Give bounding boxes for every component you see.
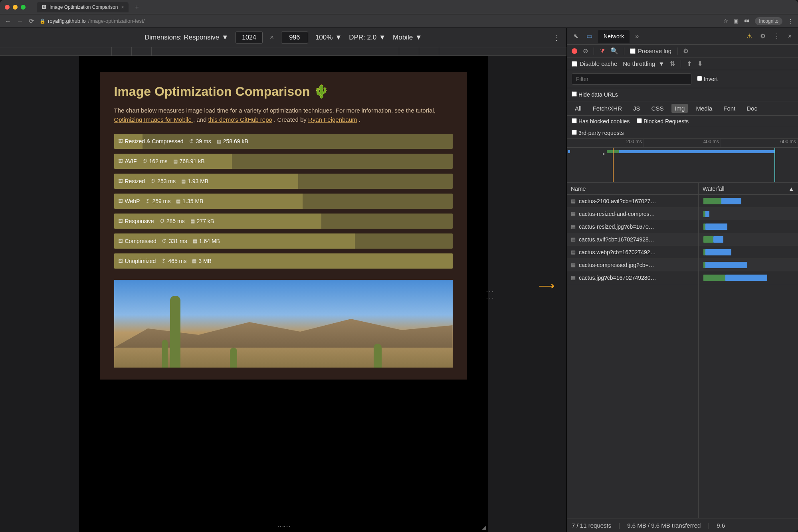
more-tabs-icon[interactable]: » <box>633 31 641 42</box>
bar-label: Resized & Compressed <box>125 138 184 144</box>
record-button[interactable] <box>572 48 577 54</box>
blocked-requests-checkbox[interactable]: Blocked Requests <box>637 118 689 125</box>
bar-label: WebP <box>125 198 140 204</box>
overview-timeline[interactable]: 200 ms400 ms600 ms <box>567 139 798 183</box>
column-header-name[interactable]: Name <box>567 183 698 195</box>
network-row[interactable]: ▦cactus-2100.avif?cb=167027… <box>567 195 698 208</box>
window-titlebar: 🖼 Image Optimization Comparison × + <box>0 0 798 14</box>
close-window-button[interactable] <box>5 5 10 10</box>
type-filter-media[interactable]: Media <box>693 104 715 113</box>
menu-icon[interactable]: ⋮ <box>788 18 793 24</box>
maximize-window-button[interactable] <box>21 5 26 10</box>
search-icon[interactable]: 🔍 <box>610 47 618 55</box>
bookmark-icon[interactable]: ☆ <box>723 18 728 24</box>
transfer-size: 9.6 MB / 9.6 MB transferred <box>627 522 701 529</box>
url-host: royalfig.github.io <box>48 18 86 24</box>
author-link[interactable]: Ryan Feigenbaum <box>308 116 357 123</box>
height-input[interactable] <box>281 32 308 44</box>
file-icon: ▤ <box>176 198 180 204</box>
settings-icon[interactable]: ⚙ <box>758 31 768 42</box>
new-tab-button[interactable]: + <box>135 4 139 11</box>
type-filter-all[interactable]: All <box>572 104 585 113</box>
import-har-icon[interactable]: ⬆ <box>687 60 692 67</box>
zoom-dropdown[interactable]: 100% ▼ <box>315 34 342 42</box>
back-button[interactable]: ← <box>5 18 11 25</box>
type-filter-img[interactable]: Img <box>671 104 688 113</box>
dpr-dropdown[interactable]: DPR: 2.0 ▼ <box>349 34 386 42</box>
cactus-image <box>114 280 453 368</box>
image-icon: 🖼 <box>118 218 123 224</box>
waterfall-row[interactable] <box>699 259 798 271</box>
device-more-icon[interactable]: ⋮ <box>553 33 560 42</box>
network-row[interactable]: ▦cactus.jpg?cb=16702749280… <box>567 271 698 284</box>
reload-button[interactable]: ⟳ <box>29 17 34 25</box>
clear-icon[interactable]: ⊘ <box>583 47 588 55</box>
network-settings-icon[interactable]: ⚙ <box>683 47 689 55</box>
file-icon: ▤ <box>217 138 221 144</box>
tab-title: Image Optimization Comparison <box>50 4 118 10</box>
clock-icon: ⏱ <box>160 218 164 224</box>
incognito-badge: Incognito <box>755 17 782 25</box>
forward-button[interactable]: → <box>17 18 23 25</box>
network-row[interactable]: ▦cactus.avif?cb=1670274928… <box>567 233 698 246</box>
close-devtools-icon[interactable]: × <box>786 31 794 42</box>
waterfall-row[interactable] <box>699 208 798 220</box>
invert-checkbox[interactable]: Invert <box>697 76 718 82</box>
bar-time: 331 ms <box>169 238 187 244</box>
hide-data-urls-checkbox[interactable]: Hide data URLs <box>572 91 618 98</box>
network-toolbar-2: Disable cache No throttling ▼ ⇅ ⬆ ⬇ <box>567 57 798 70</box>
export-har-icon[interactable]: ⬇ <box>697 60 703 67</box>
network-row[interactable]: ▦cactus-resized-and-compres… <box>567 208 698 220</box>
resource-size: 9.6 <box>717 522 725 529</box>
preserve-log-checkbox[interactable]: Preserve log <box>630 47 671 54</box>
close-tab-icon[interactable]: × <box>121 4 124 10</box>
more-menu-icon[interactable]: ⋮ <box>771 31 782 42</box>
network-row[interactable]: ▦cactus-resized.jpg?cb=1670… <box>567 220 698 233</box>
timeline-tick: 200 ms <box>567 139 644 147</box>
page-content: Image Optimization Comparison 🌵 The char… <box>100 72 467 380</box>
resize-handle-bottom[interactable]: ⋯⋯ <box>277 522 290 530</box>
device-toggle-icon[interactable]: ▭ <box>584 31 595 42</box>
network-conditions-icon[interactable]: ⇅ <box>670 60 675 67</box>
blocked-cookies-checkbox[interactable]: Has blocked cookies <box>572 118 630 125</box>
throttling-dropdown[interactable]: No throttling ▼ <box>623 60 664 67</box>
filter-icon[interactable]: ⧩ <box>600 47 605 55</box>
reader-icon[interactable]: ▣ <box>734 18 739 24</box>
file-icon: ▤ <box>181 178 186 184</box>
dimensions-dropdown[interactable]: Dimensions: Responsive ▼ <box>145 34 228 42</box>
tab-network[interactable]: Network <box>598 30 630 43</box>
sort-ascending-icon: ▲ <box>788 186 794 192</box>
device-type-dropdown[interactable]: Mobile ▼ <box>393 34 422 42</box>
minimize-window-button[interactable] <box>13 5 18 10</box>
page-title: Image Optimization Comparison 🌵 <box>114 84 453 99</box>
waterfall-row[interactable] <box>699 233 798 246</box>
column-header-waterfall[interactable]: Waterfall ▲ <box>699 183 798 195</box>
filter-input[interactable] <box>572 73 691 85</box>
url-display[interactable]: 🔒 royalfig.github.io/image-optimization-… <box>40 18 145 24</box>
type-filter-fetchxhr[interactable]: Fetch/XHR <box>590 104 625 113</box>
warnings-icon[interactable]: ⚠ <box>744 31 754 42</box>
github-link[interactable]: this demo's GitHub repo <box>208 116 272 123</box>
file-icon: ▤ <box>190 218 195 224</box>
bar-label: Resized <box>125 178 145 184</box>
tutorial-link[interactable]: Optimizing Images for Mobile <box>114 116 193 123</box>
type-filter-font[interactable]: Font <box>720 104 739 113</box>
waterfall-row[interactable] <box>699 220 798 233</box>
resize-handle-corner[interactable]: ◢ <box>482 524 486 530</box>
chevron-down-icon: ▼ <box>379 34 386 42</box>
waterfall-row[interactable] <box>699 246 798 259</box>
waterfall-row[interactable] <box>699 195 798 208</box>
resize-handle-right[interactable]: ⋮⋮ <box>485 288 495 301</box>
network-row[interactable]: ▦cactus.webp?cb=167027492… <box>567 246 698 259</box>
width-input[interactable] <box>236 32 263 44</box>
network-row[interactable]: ▦cactus-compressed.jpg?cb=… <box>567 259 698 271</box>
browser-tab[interactable]: 🖼 Image Optimization Comparison × <box>37 2 129 12</box>
inspect-element-icon[interactable]: ⬉ <box>571 31 581 42</box>
type-filter-js[interactable]: JS <box>630 104 644 113</box>
type-filter-css[interactable]: CSS <box>648 104 667 113</box>
type-filter-doc[interactable]: Doc <box>743 104 760 113</box>
third-party-checkbox[interactable]: 3rd-party requests <box>572 130 624 136</box>
waterfall-row[interactable] <box>699 271 798 284</box>
bar-time: 465 ms <box>168 258 186 264</box>
disable-cache-checkbox[interactable]: Disable cache <box>572 60 617 67</box>
